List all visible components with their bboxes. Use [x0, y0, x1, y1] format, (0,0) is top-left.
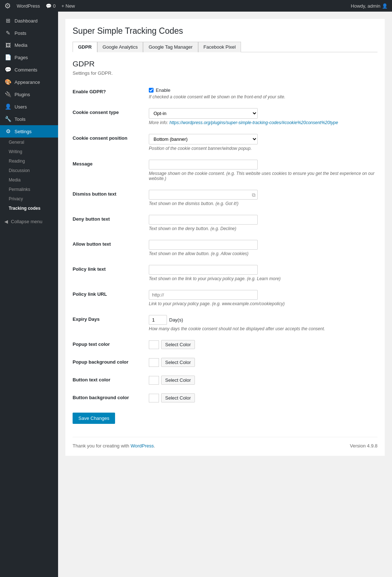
tab-google-analytics[interactable]: Google Analytics — [97, 42, 143, 52]
pages-icon: 📄 — [4, 54, 12, 61]
expiry-days-unit: Day(s) — [169, 317, 183, 323]
sidebar-item-posts[interactable]: ✎ Posts — [0, 27, 58, 39]
button-text-color-control: Select Color — [149, 376, 377, 385]
settings-icon: ⚙ — [4, 128, 12, 135]
sidebar-item-comments[interactable]: 💬 Comments — [0, 64, 58, 76]
message-description: Message shown on the cookie consent. (e.… — [149, 171, 377, 181]
appearance-icon: 🎨 — [4, 79, 12, 85]
settings-submenu: General Writing Reading Discussion Media… — [0, 138, 58, 213]
sidebar-item-tools[interactable]: 🔧 Tools — [0, 113, 58, 125]
tab-facebook-pixel[interactable]: Facebook Pixel — [198, 42, 241, 52]
enable-gdpr-checkbox[interactable] — [149, 88, 154, 93]
comments-count: 0 — [53, 3, 56, 9]
tab-gdpr[interactable]: GDPR — [73, 42, 97, 52]
cookie-consent-type-select[interactable]: Opt-in Opt-out — [149, 108, 258, 119]
comments-icon: 💬 — [4, 66, 12, 73]
sidebar-item-media[interactable]: 🖼 Media — [0, 39, 58, 51]
popup-background-color-label: Popup background color — [73, 359, 128, 365]
plugins-icon: 🔌 — [4, 91, 12, 98]
field-deny-button-text: Deny button text Text shown on the deny … — [73, 210, 377, 236]
sidebar-item-appearance[interactable]: 🎨 Appearance — [0, 76, 58, 88]
user-avatar-icon: 👤 — [382, 3, 388, 9]
dashboard-icon: ⊞ — [4, 17, 12, 24]
submenu-item-discussion[interactable]: Discussion — [0, 166, 58, 175]
new-label: + New — [61, 3, 75, 9]
admin-sidebar: ⊞ Dashboard ✎ Posts 🖼 Media 📄 Pages 💬 Co… — [0, 12, 58, 577]
sidebar-item-plugins[interactable]: 🔌 Plugins — [0, 88, 58, 101]
button-background-color-button[interactable]: Select Color — [161, 393, 195, 402]
sidebar-item-label: Tools — [15, 116, 25, 122]
submenu-item-tracking-codes[interactable]: Tracking codes — [0, 204, 58, 213]
dismiss-button-text-input[interactable] — [149, 190, 258, 200]
deny-button-text-input[interactable] — [149, 215, 258, 225]
settings-wrap: Super Simple Tracking Codes GDPR Google … — [65, 19, 385, 456]
posts-icon: ✎ — [4, 30, 12, 36]
field-allow-button-text: Allow button text Text shown on the allo… — [73, 236, 377, 261]
submenu-item-privacy[interactable]: Privacy — [0, 194, 58, 204]
cookie-consent-position-select[interactable]: Bottom (banner) Top (banner) Bottom left… — [149, 134, 258, 144]
sidebar-item-users[interactable]: 👤 Users — [0, 101, 58, 113]
footer-version: Version 4.9.8 — [350, 443, 377, 449]
field-message: Message Message shown on the cookie cons… — [73, 155, 377, 185]
wp-logo-icon[interactable]: ⚙ — [4, 1, 11, 10]
expiry-days-input[interactable] — [149, 315, 167, 325]
allow-button-text-input[interactable] — [149, 240, 258, 250]
site-name-label: WordPress — [17, 3, 40, 9]
users-icon: 👤 — [4, 103, 12, 110]
save-changes-button[interactable]: Save Changes — [73, 413, 115, 424]
tab-google-tag-manager[interactable]: Google Tag Manager — [143, 42, 198, 52]
policy-link-text-input[interactable] — [149, 265, 258, 275]
sidebar-item-dashboard[interactable]: ⊞ Dashboard — [0, 15, 58, 27]
footer-thank-you: Thank you for creating with WordPress. — [73, 443, 155, 449]
policy-link-url-label: Policy link URL — [73, 291, 107, 297]
deny-button-text-label: Deny button text — [73, 216, 110, 222]
dismiss-button-text-label: Dismiss button text — [73, 191, 117, 197]
popup-text-color-button[interactable]: Select Color — [161, 340, 195, 349]
tools-icon: 🔧 — [4, 116, 12, 122]
popup-text-color-swatch — [149, 340, 159, 349]
submenu-item-media[interactable]: Media — [0, 175, 58, 185]
sidebar-item-label: Comments — [15, 67, 37, 73]
field-popup-background-color: Popup background color Select Color — [73, 353, 377, 371]
allow-button-description: Text shown on the allow button. (e.g. Al… — [149, 251, 377, 256]
expiry-days-label: Expiry Days — [73, 316, 99, 322]
collapse-menu-button[interactable]: ◀ Collapse menu — [0, 216, 58, 227]
policy-link-url-input[interactable] — [149, 290, 258, 300]
sidebar-item-pages[interactable]: 📄 Pages — [0, 51, 58, 64]
popup-background-color-control: Select Color — [149, 358, 377, 367]
field-cookie-consent-position: Cookie consent position Bottom (banner) … — [73, 130, 377, 155]
submenu-item-permalinks[interactable]: Permalinks — [0, 185, 58, 194]
button-text-color-button[interactable]: Select Color — [161, 376, 195, 385]
enable-gdpr-description: If checked a cookie consent will be show… — [149, 94, 377, 99]
button-background-color-swatch — [149, 394, 159, 402]
form-submit: Save Changes — [73, 407, 377, 430]
cookie-consent-type-description: More info: https://wordpress.org/plugins… — [149, 120, 377, 125]
site-name[interactable]: WordPress — [17, 3, 40, 9]
enable-gdpr-label: Enable GDPR? — [73, 89, 106, 94]
popup-background-color-button[interactable]: Select Color — [161, 358, 195, 367]
comments-link[interactable]: 💬 0 — [46, 3, 56, 9]
sidebar-item-label: Settings — [15, 129, 32, 134]
submenu-item-writing[interactable]: Writing — [0, 147, 58, 156]
footer-wp-link[interactable]: WordPress — [131, 443, 154, 449]
expiry-days-description: How many days the cookie consent should … — [149, 326, 377, 331]
message-input[interactable] — [149, 160, 258, 169]
button-background-color-label: Button background color — [73, 395, 129, 400]
submenu-item-reading[interactable]: Reading — [0, 156, 58, 166]
cookie-consent-position-description: Position of the cookie consent banner/wi… — [149, 146, 377, 151]
cookie-consent-position-label: Cookie consent position — [73, 135, 127, 141]
main-content: Super Simple Tracking Codes GDPR Google … — [58, 12, 392, 577]
sidebar-item-settings[interactable]: ⚙ Settings — [0, 125, 58, 138]
sidebar-item-label: Posts — [15, 30, 26, 36]
allow-button-text-label: Allow button text — [73, 241, 111, 247]
cookie-consent-type-link[interactable]: https://wordpress.org/plugins/super-simp… — [170, 120, 338, 125]
field-expiry-days: Expiry Days Day(s) How many days the coo… — [73, 311, 377, 336]
new-content-link[interactable]: + New — [61, 3, 75, 9]
howdy-text: Howdy, admin — [351, 3, 380, 9]
enable-gdpr-control: Enable — [149, 87, 377, 93]
enable-gdpr-checkbox-label[interactable]: Enable — [156, 87, 170, 93]
section-description: Settings for GDPR. — [73, 70, 377, 76]
submenu-item-general[interactable]: General — [0, 138, 58, 147]
field-enable-gdpr: Enable GDPR? Enable If checked a cookie … — [73, 83, 377, 104]
sidebar-item-label: Appearance — [15, 79, 40, 85]
